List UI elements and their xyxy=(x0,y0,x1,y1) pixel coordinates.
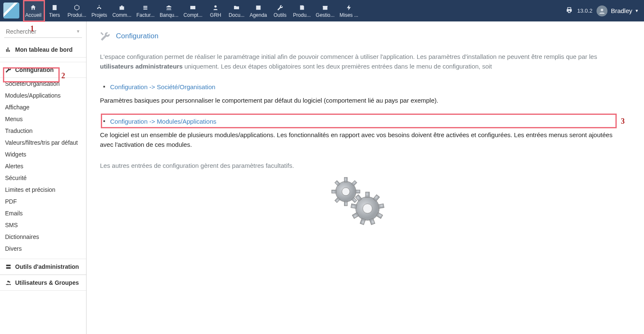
sidebar-label: Utilisateurs & Groupes xyxy=(15,279,79,286)
step-desc-1: Paramètres basiques pour personnaliser l… xyxy=(100,95,619,105)
caret-down-icon: ▼ xyxy=(76,29,80,34)
shop-icon xyxy=(322,4,329,11)
sidebar-label: Mon tableau de bord xyxy=(15,46,73,53)
sidebar-configuration[interactable]: Configuration xyxy=(0,62,86,78)
user-name: Bradley xyxy=(611,7,632,14)
gears-illustration xyxy=(100,173,619,228)
server-icon xyxy=(5,263,12,270)
sidebar-label: Configuration xyxy=(15,66,54,73)
nav-facturation[interactable]: Factur... xyxy=(134,0,157,21)
nav-label: Mises ... xyxy=(339,12,358,18)
link-modules[interactable]: Configuration -> Modules/Applications xyxy=(110,118,216,125)
page-title-link[interactable]: Configuration xyxy=(116,32,158,40)
step-link-2: Configuration -> Modules/Applications xyxy=(103,118,619,125)
nav-label: Factur... xyxy=(137,12,155,18)
nav-produits[interactable]: Produi... xyxy=(65,0,89,21)
search-input[interactable] xyxy=(4,26,82,38)
sidebar-sub-widgets[interactable]: Widgets xyxy=(0,148,86,160)
user-menu[interactable]: Bradley ▾ xyxy=(597,5,638,16)
nav-compta[interactable]: Compt... xyxy=(181,0,205,21)
nav-tiers[interactable]: Tiers xyxy=(44,0,65,21)
topnav-items: Accueil Tiers Produi... Projets Comm... … xyxy=(23,0,565,21)
intro-paragraph: L'espace configuration permet de réalise… xyxy=(100,52,619,72)
card-icon xyxy=(189,4,196,11)
step-desc-2: Ce logiciel est un ensemble de plusieurs… xyxy=(100,130,619,150)
nav-accueil[interactable]: Accueil xyxy=(23,0,44,21)
bullet-icon xyxy=(103,86,105,87)
folder-icon xyxy=(233,4,240,11)
nav-grh[interactable]: GRH xyxy=(205,0,226,21)
nav-label: Projets xyxy=(92,12,107,18)
sidebar-dashboard[interactable]: Mon tableau de bord xyxy=(0,42,86,58)
outro-text: Les autres entrées de configuration gère… xyxy=(100,162,619,169)
user-tie-icon xyxy=(212,4,219,11)
nav-gestion[interactable]: Gestio... xyxy=(313,0,337,21)
step-link-1: Configuration -> Société/Organisation xyxy=(103,83,619,90)
sidebar-sub-emails[interactable]: Emails xyxy=(0,207,86,219)
sidebar-sub-divers[interactable]: Divers xyxy=(0,243,86,254)
page-title-row: Configuration xyxy=(100,31,619,42)
building-icon xyxy=(51,4,58,11)
sidebar-users-groups[interactable]: Utilisateurs & Groupes xyxy=(0,275,86,291)
version-text: 13.0.2 xyxy=(577,8,592,14)
print-icon[interactable] xyxy=(565,6,573,16)
users-icon xyxy=(5,279,12,286)
sidebar-sub-pdf[interactable]: PDF xyxy=(0,196,86,207)
topnav-right: 13.0.2 Bradley ▾ xyxy=(565,0,644,21)
intro-text2: uniquement. Les deux étapes obligatoires… xyxy=(183,63,492,70)
sidebar-sub-societe[interactable]: Société/Organisation xyxy=(0,78,86,90)
app-logo[interactable] xyxy=(3,3,19,19)
nav-mises-a-jour[interactable]: Mises ... xyxy=(337,0,361,21)
sidebar-sub-limites[interactable]: Limites et précision xyxy=(0,184,86,196)
wrench-icon xyxy=(5,66,12,73)
sidebar-sub-dictionnaires[interactable]: Dictionnaires xyxy=(0,231,86,243)
sidebar-sub-alertes[interactable]: Alertes xyxy=(0,160,86,172)
nav-banques[interactable]: Banqu... xyxy=(157,0,181,21)
wrench-icon xyxy=(277,4,284,11)
main-content: Configuration L'espace configuration per… xyxy=(87,21,633,334)
intro-text: L'espace configuration permet de réalise… xyxy=(100,53,597,60)
nav-label: Gestio... xyxy=(316,12,335,18)
svg-point-5 xyxy=(363,204,373,214)
nav-label: GRH xyxy=(210,12,221,18)
top-navigation: Accueil Tiers Produi... Projets Comm... … xyxy=(0,0,644,21)
intro-strong: utilisateurs administrateurs xyxy=(100,63,183,70)
sidebar-label: Outils d'administration xyxy=(15,263,79,270)
briefcase-icon xyxy=(118,4,125,11)
note-icon xyxy=(299,4,305,11)
svg-rect-4 xyxy=(365,192,369,198)
sidebar-sub-valeurs[interactable]: Valeurs/filtres/tris par défaut xyxy=(0,137,86,148)
nav-label: Agenda xyxy=(250,12,267,18)
nav-documents[interactable]: Docu... xyxy=(226,0,247,21)
nav-produits2[interactable]: Produ... xyxy=(291,0,313,21)
nav-label: Produi... xyxy=(68,12,87,18)
sidebar-sub-securite[interactable]: Sécurité xyxy=(0,172,86,184)
cube-icon xyxy=(74,4,80,11)
nav-label: Compt... xyxy=(184,12,202,18)
nav-label: Banqu... xyxy=(160,12,179,18)
sidebar: ▼ Mon tableau de bord Configuration Soci… xyxy=(0,21,87,334)
sitemap-icon xyxy=(96,4,103,11)
nav-projets[interactable]: Projets xyxy=(89,0,110,21)
sidebar-sub-modules[interactable]: Modules/Applications xyxy=(0,90,86,101)
home-icon xyxy=(30,4,37,11)
nav-label: Accueil xyxy=(25,12,42,18)
nav-commercial[interactable]: Comm... xyxy=(110,0,134,21)
svg-rect-1 xyxy=(344,178,347,182)
chevron-down-icon: ▾ xyxy=(636,8,638,13)
coins-icon xyxy=(142,4,149,11)
sidebar-admin-tools[interactable]: Outils d'administration xyxy=(0,259,86,275)
sidebar-sub-affichage[interactable]: Affichage xyxy=(0,101,86,113)
sidebar-sub-menus[interactable]: Menus xyxy=(0,113,86,125)
nav-label: Docu... xyxy=(229,12,244,18)
nav-label: Produ... xyxy=(293,12,311,18)
link-societe[interactable]: Configuration -> Société/Organisation xyxy=(110,83,216,90)
sidebar-sub-sms[interactable]: SMS xyxy=(0,219,86,231)
calendar-icon xyxy=(255,4,262,11)
nav-agenda[interactable]: Agenda xyxy=(247,0,269,21)
sidebar-sub-traduction[interactable]: Traduction xyxy=(0,125,86,137)
tools-icon xyxy=(100,31,111,42)
bullet-icon xyxy=(103,120,105,122)
nav-label: Tiers xyxy=(49,12,60,18)
nav-outils[interactable]: Outils xyxy=(270,0,291,21)
